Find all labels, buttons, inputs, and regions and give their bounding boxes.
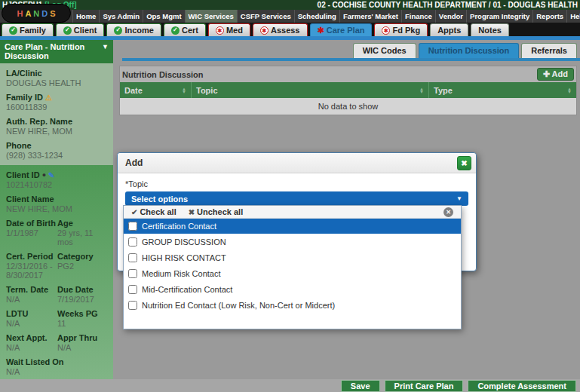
subtab-underline: [122, 58, 580, 61]
column-header-date[interactable]: Date▲▼: [120, 82, 192, 98]
tab-care-plan[interactable]: ✱Care Plan: [310, 23, 373, 36]
nav-item-finance[interactable]: Finance: [401, 10, 435, 23]
sort-icon[interactable]: ▲▼: [419, 87, 424, 93]
subtab-wic-codes[interactable]: WIC Codes: [353, 43, 416, 58]
topic-option-mid-certification-contact[interactable]: Mid-Certification Contact: [124, 281, 461, 297]
nav-item-csfp-services[interactable]: CSFP Services: [237, 10, 294, 23]
tab-med[interactable]: ✱Med: [208, 23, 250, 36]
logo-letter: A: [25, 9, 31, 18]
field-label: Age: [57, 219, 107, 228]
field-label: Next Appt.: [6, 333, 57, 342]
field-label: Cert. Period: [6, 252, 57, 261]
nav-item-scheduling[interactable]: Scheduling: [294, 10, 339, 23]
column-label: Topic: [196, 86, 218, 95]
field-label: Client Name: [6, 194, 107, 204]
history-icon[interactable]: ●: [42, 171, 46, 179]
nav-item-help[interactable]: Help: [566, 10, 580, 23]
nav-item-farmers-market[interactable]: Farmers' Market: [339, 10, 401, 23]
add-button-label: Add: [552, 69, 568, 78]
option-checkbox[interactable]: [128, 269, 137, 278]
field-label: Due Date: [57, 285, 107, 294]
client-id-field: Client ID●✎ 1021410782: [6, 170, 107, 189]
field-label: Family ID: [6, 93, 43, 102]
family-id-field: Family ID⚠ 160011839: [6, 93, 107, 112]
column-header-type[interactable]: Type▲▼: [429, 82, 576, 98]
field-value: 1021410782: [6, 180, 107, 189]
column-header-topic[interactable]: Topic▲▼: [192, 82, 429, 98]
complete-check-icon: ✓: [9, 26, 17, 35]
term-date-field: Term. Date N/A: [6, 285, 57, 304]
auth-rep-field: Auth. Rep. Name NEW HIRE, MOM: [6, 117, 107, 136]
wait-listed-field: Wait Listed On N/A: [6, 357, 107, 376]
nav-item-vendor[interactable]: Vendor: [435, 10, 466, 23]
topic-multiselect[interactable]: Select options ▼: [125, 191, 468, 206]
print-care-plan-button[interactable]: Print Care Plan: [385, 380, 464, 392]
sidebar-section-selector[interactable]: Care Plan - Nutrition Discussion ▼: [0, 40, 113, 63]
option-checkbox[interactable]: [128, 253, 137, 262]
tab-income[interactable]: ✓Income: [106, 23, 161, 36]
topic-option-nutrition-ed-contact[interactable]: Nutrition Ed Contact (Low Risk, Non-Cert…: [124, 297, 461, 313]
field-value: DOUGLAS HEALTH: [6, 78, 107, 87]
tab-notes[interactable]: Notes: [471, 23, 509, 36]
tab-assess[interactable]: ✱Assess: [253, 23, 308, 36]
option-checkbox[interactable]: [128, 237, 137, 247]
field-label: LDTU: [6, 309, 57, 318]
logo-letter: H: [17, 9, 23, 18]
topic-option-certification-contact[interactable]: Certification Contact: [124, 219, 461, 234]
tab-label: Assess: [271, 26, 300, 35]
save-button[interactable]: Save: [341, 380, 380, 392]
option-label: GROUP DISCUSSION: [142, 237, 226, 247]
sort-icon[interactable]: ▲▼: [182, 87, 186, 93]
subtab-nutrition-discussion[interactable]: Nutrition Discussion: [419, 43, 520, 58]
column-label: Type: [434, 86, 453, 95]
action-footer: Save Print Care Plan Complete Assessment: [0, 379, 580, 392]
column-label: Date: [124, 86, 143, 95]
field-value: N/A: [6, 343, 57, 352]
appr-thru-field: Appr Thru N/A: [57, 333, 107, 352]
subtab-referrals[interactable]: Referrals: [521, 43, 577, 58]
tab-client[interactable]: ✓Client: [56, 23, 105, 36]
x-icon: ✖: [189, 208, 195, 216]
nav-item-ops-mgmt[interactable]: Ops Mgmt: [143, 10, 184, 23]
next-appt-field: Next Appt. N/A: [6, 333, 57, 352]
check-all-link[interactable]: ✔Check all: [131, 207, 176, 216]
tab-label: Fd Pkg: [392, 26, 420, 35]
field-value: N/A: [57, 343, 107, 352]
uncheck-all-link[interactable]: ✖Uncheck all: [189, 207, 244, 216]
warning-icon[interactable]: ⚠: [45, 93, 52, 102]
add-button[interactable]: ✚ Add: [537, 68, 574, 81]
option-checkbox[interactable]: [128, 222, 137, 231]
clear-filter-icon[interactable]: ✕: [443, 207, 453, 217]
nav-item-home[interactable]: Home: [72, 10, 99, 23]
nav-item-sys-admin[interactable]: Sys Admin: [99, 10, 143, 23]
main-nav: Home Sys Admin Ops Mgmt WIC Services CSF…: [0, 10, 580, 23]
nav-item-wic-services[interactable]: WIC Services: [185, 10, 237, 23]
topic-option-group-discussion[interactable]: GROUP DISCUSSION: [124, 234, 461, 250]
option-checkbox[interactable]: [128, 285, 137, 294]
nav-item-reports[interactable]: Reports: [532, 10, 566, 23]
field-label: Phone: [6, 141, 107, 150]
option-checkbox[interactable]: [128, 301, 137, 310]
la-clinic-field: LA/Clinic DOUGLAS HEALTH: [6, 69, 107, 87]
close-icon[interactable]: ✖: [457, 156, 471, 170]
option-label: Nutrition Ed Contact (Low Risk, Non-Cert…: [142, 301, 335, 310]
cert-period-field: Cert. Period 12/31/2016 - 8/30/2017: [6, 252, 57, 280]
tab-label: Family: [20, 26, 46, 35]
topic-option-medium-risk-contact[interactable]: Medium Risk Contact: [124, 265, 461, 281]
nav-item-program-integrity[interactable]: Program Integrity: [466, 10, 532, 23]
phone-field: Phone (928) 333-1234: [6, 141, 107, 160]
tab-label: Cert: [182, 26, 198, 35]
tab-family[interactable]: ✓Family: [2, 23, 54, 36]
wic-application-window: HJOSEPH1[Log Off] 02 - COCHISE COUNTY HE…: [0, 0, 580, 392]
chevron-down-icon: ▼: [102, 43, 109, 60]
check-icon: ✔: [131, 208, 137, 216]
tab-appts[interactable]: Appts: [430, 23, 468, 36]
field-value: NEW HIRE, MOM: [6, 127, 107, 136]
topic-option-high-risk-contact[interactable]: HIGH RISK CONTACT: [124, 250, 461, 265]
tab-cert[interactable]: ✓Cert: [164, 23, 206, 36]
tab-fd-pkg[interactable]: ✱Fd Pkg: [374, 23, 428, 36]
edit-pencil-icon[interactable]: ✎: [48, 171, 54, 179]
sort-icon[interactable]: ▲▼: [567, 87, 572, 93]
field-value: N/A: [6, 319, 57, 328]
complete-assessment-button[interactable]: Complete Assessment: [468, 380, 576, 392]
